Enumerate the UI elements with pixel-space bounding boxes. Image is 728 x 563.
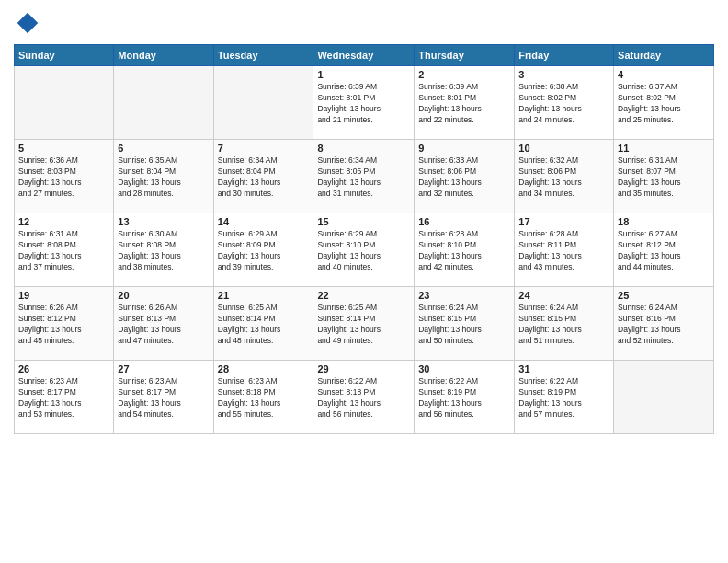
calendar-week-row: 1Sunrise: 6:39 AM Sunset: 8:01 PM Daylig… [15,66,714,140]
day-number: 11 [618,143,710,154]
day-info: Sunrise: 6:24 AM Sunset: 8:16 PM Dayligh… [618,303,710,347]
day-info: Sunrise: 6:30 AM Sunset: 8:08 PM Dayligh… [118,229,209,273]
day-number: 16 [418,216,510,227]
calendar-week-row: 19Sunrise: 6:26 AM Sunset: 8:12 PM Dayli… [15,287,714,361]
day-number: 29 [317,363,410,374]
calendar-cell: 15Sunrise: 6:29 AM Sunset: 8:10 PM Dayli… [313,213,415,287]
calendar-cell: 28Sunrise: 6:23 AM Sunset: 8:18 PM Dayli… [213,361,313,434]
page-container: SundayMondayTuesdayWednesdayThursdayFrid… [0,0,728,443]
calendar-cell: 27Sunrise: 6:23 AM Sunset: 8:17 PM Dayli… [114,361,213,434]
day-info: Sunrise: 6:24 AM Sunset: 8:15 PM Dayligh… [418,303,510,347]
logo-icon [14,9,41,37]
calendar-cell: 19Sunrise: 6:26 AM Sunset: 8:12 PM Dayli… [15,287,114,361]
day-info: Sunrise: 6:24 AM Sunset: 8:15 PM Dayligh… [518,303,609,347]
day-number: 13 [118,216,209,227]
calendar-cell: 7Sunrise: 6:34 AM Sunset: 8:04 PM Daylig… [213,140,313,213]
calendar-cell: 3Sunrise: 6:38 AM Sunset: 8:02 PM Daylig… [515,66,614,140]
calendar-cell: 26Sunrise: 6:23 AM Sunset: 8:17 PM Dayli… [15,361,114,434]
day-info: Sunrise: 6:34 AM Sunset: 8:05 PM Dayligh… [317,155,410,200]
calendar-cell: 2Sunrise: 6:39 AM Sunset: 8:01 PM Daylig… [415,66,515,140]
calendar-cell: 20Sunrise: 6:26 AM Sunset: 8:13 PM Dayli… [114,287,213,361]
calendar-cell: 31Sunrise: 6:22 AM Sunset: 8:19 PM Dayli… [515,361,614,434]
day-number: 4 [618,69,710,80]
day-number: 1 [317,69,410,80]
day-number: 17 [518,216,609,227]
calendar-week-row: 5Sunrise: 6:36 AM Sunset: 8:03 PM Daylig… [15,140,714,213]
day-info: Sunrise: 6:27 AM Sunset: 8:12 PM Dayligh… [618,229,710,273]
day-number: 30 [418,363,510,374]
day-info: Sunrise: 6:22 AM Sunset: 8:18 PM Dayligh… [317,376,410,420]
calendar-cell: 17Sunrise: 6:28 AM Sunset: 8:11 PM Dayli… [515,213,614,287]
day-info: Sunrise: 6:26 AM Sunset: 8:13 PM Dayligh… [118,303,209,347]
calendar-cell [614,361,714,434]
calendar-body: 1Sunrise: 6:39 AM Sunset: 8:01 PM Daylig… [15,66,714,434]
day-number: 6 [118,143,209,154]
day-number: 25 [618,290,710,301]
calendar-week-row: 12Sunrise: 6:31 AM Sunset: 8:08 PM Dayli… [15,213,714,287]
calendar-cell: 23Sunrise: 6:24 AM Sunset: 8:15 PM Dayli… [415,287,515,361]
calendar-cell: 9Sunrise: 6:33 AM Sunset: 8:06 PM Daylig… [415,140,515,213]
day-info: Sunrise: 6:22 AM Sunset: 8:19 PM Dayligh… [518,376,609,420]
day-info: Sunrise: 6:28 AM Sunset: 8:10 PM Dayligh… [418,229,510,273]
weekday-header-monday: Monday [114,45,213,66]
logo [14,9,45,37]
day-info: Sunrise: 6:25 AM Sunset: 8:14 PM Dayligh… [317,303,410,347]
calendar-week-row: 26Sunrise: 6:23 AM Sunset: 8:17 PM Dayli… [15,361,714,434]
day-number: 10 [518,143,609,154]
calendar-table: SundayMondayTuesdayWednesdayThursdayFrid… [14,44,714,434]
weekday-header-friday: Friday [515,45,614,66]
calendar-cell: 13Sunrise: 6:30 AM Sunset: 8:08 PM Dayli… [114,213,213,287]
weekday-header-thursday: Thursday [415,45,515,66]
calendar-cell [213,66,313,140]
day-number: 28 [218,363,310,374]
calendar-cell: 18Sunrise: 6:27 AM Sunset: 8:12 PM Dayli… [614,213,714,287]
day-info: Sunrise: 6:23 AM Sunset: 8:17 PM Dayligh… [118,376,209,420]
calendar-cell: 5Sunrise: 6:36 AM Sunset: 8:03 PM Daylig… [15,140,114,213]
day-number: 18 [618,216,710,227]
day-info: Sunrise: 6:23 AM Sunset: 8:17 PM Dayligh… [18,376,109,420]
day-number: 31 [518,363,609,374]
day-number: 27 [118,363,209,374]
calendar-cell: 25Sunrise: 6:24 AM Sunset: 8:16 PM Dayli… [614,287,714,361]
day-info: Sunrise: 6:36 AM Sunset: 8:03 PM Dayligh… [18,155,109,200]
day-number: 15 [317,216,410,227]
calendar-cell [114,66,213,140]
day-number: 5 [18,143,109,154]
day-number: 2 [418,69,510,80]
calendar-cell: 14Sunrise: 6:29 AM Sunset: 8:09 PM Dayli… [213,213,313,287]
day-info: Sunrise: 6:26 AM Sunset: 8:12 PM Dayligh… [18,303,109,347]
day-number: 23 [418,290,510,301]
day-info: Sunrise: 6:28 AM Sunset: 8:11 PM Dayligh… [518,229,609,273]
day-number: 3 [518,69,609,80]
day-info: Sunrise: 6:29 AM Sunset: 8:09 PM Dayligh… [218,229,310,273]
weekday-header-sunday: Sunday [15,45,114,66]
day-number: 26 [18,363,109,374]
calendar-cell [15,66,114,140]
calendar-cell: 16Sunrise: 6:28 AM Sunset: 8:10 PM Dayli… [415,213,515,287]
weekday-header-tuesday: Tuesday [213,45,313,66]
day-number: 19 [18,290,109,301]
calendar-cell: 4Sunrise: 6:37 AM Sunset: 8:02 PM Daylig… [614,66,714,140]
day-info: Sunrise: 6:29 AM Sunset: 8:10 PM Dayligh… [317,229,410,273]
day-info: Sunrise: 6:34 AM Sunset: 8:04 PM Dayligh… [218,155,310,200]
day-info: Sunrise: 6:39 AM Sunset: 8:01 PM Dayligh… [317,82,410,126]
day-info: Sunrise: 6:31 AM Sunset: 8:08 PM Dayligh… [18,229,109,273]
day-info: Sunrise: 6:25 AM Sunset: 8:14 PM Dayligh… [218,303,310,347]
day-number: 21 [218,290,310,301]
day-info: Sunrise: 6:22 AM Sunset: 8:19 PM Dayligh… [418,376,510,420]
calendar-cell: 11Sunrise: 6:31 AM Sunset: 8:07 PM Dayli… [614,140,714,213]
calendar-cell: 8Sunrise: 6:34 AM Sunset: 8:05 PM Daylig… [313,140,415,213]
weekday-header-wednesday: Wednesday [313,45,415,66]
weekday-header-saturday: Saturday [614,45,714,66]
calendar-cell: 10Sunrise: 6:32 AM Sunset: 8:06 PM Dayli… [515,140,614,213]
day-number: 12 [18,216,109,227]
day-info: Sunrise: 6:35 AM Sunset: 8:04 PM Dayligh… [118,155,209,200]
day-info: Sunrise: 6:39 AM Sunset: 8:01 PM Dayligh… [418,82,510,126]
calendar-header: SundayMondayTuesdayWednesdayThursdayFrid… [15,45,714,66]
day-number: 8 [317,143,410,154]
day-info: Sunrise: 6:33 AM Sunset: 8:06 PM Dayligh… [418,155,510,200]
day-number: 7 [218,143,310,154]
calendar-cell: 6Sunrise: 6:35 AM Sunset: 8:04 PM Daylig… [114,140,213,213]
day-number: 20 [118,290,209,301]
day-number: 22 [317,290,410,301]
